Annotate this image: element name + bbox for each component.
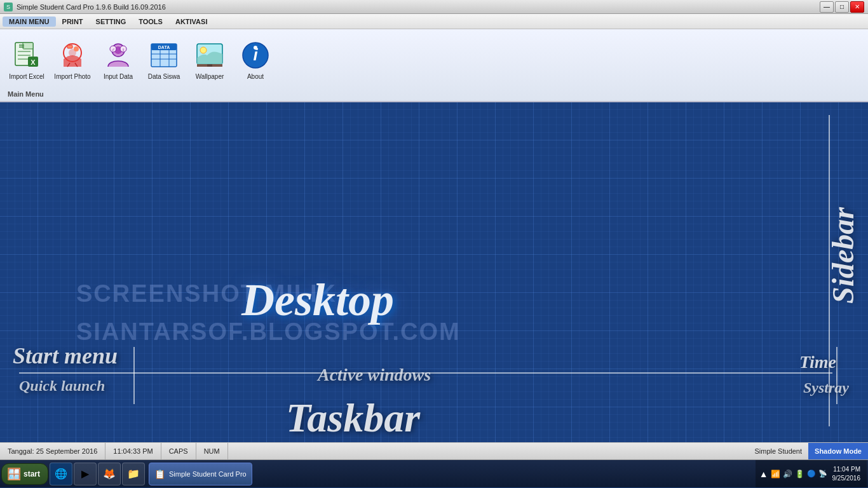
watermark-1: Screenshot milik — [76, 280, 337, 308]
windows-taskbar: 🪟 start 🌐 ▶ 🦊 📁 📋 Simple Student Card Pr… — [0, 460, 868, 487]
maximize-button[interactable]: □ — [835, 1, 849, 13]
svg-text:DATA: DATA — [158, 45, 170, 50]
about-label: About — [247, 73, 264, 81]
taskbar-diagram-line — [19, 372, 832, 374]
systray-icon-bluetooth[interactable]: 🔵 — [807, 470, 816, 478]
import-photo-icon — [57, 40, 88, 71]
start-button[interactable]: 🪟 start — [1, 463, 48, 485]
startmenu-label: Start menu — [13, 342, 118, 369]
titlebar-left: S Simple Student Card Pro 1.9.6 Build 16… — [4, 3, 166, 11]
status-app-name: Simple Student — [748, 447, 808, 455]
menu-setting[interactable]: SETTING — [90, 17, 133, 27]
num-label: NUM — [204, 447, 220, 455]
window-title: Simple Student Card Pro 1.9.6 Build 16.0… — [17, 3, 166, 11]
active-task-student[interactable]: 📋 Simple Student Card Pro — [149, 463, 252, 485]
svg-point-9 — [74, 46, 79, 51]
caps-label: CAPS — [169, 447, 188, 455]
browser-icon: 🦊 — [103, 468, 116, 480]
systray-label: Systray — [803, 379, 849, 396]
toolbar-buttons: X Import Excel Import Photo — [5, 32, 277, 89]
data-siswa-button[interactable]: DATA Data Siswa — [142, 32, 186, 89]
wallpaper-label: Wallpaper — [196, 73, 224, 81]
taskbar-media-icon[interactable]: ▶ — [74, 463, 97, 485]
desktop-label: Desktop — [241, 274, 394, 327]
menu-aktivasi[interactable]: AKTIVASI — [169, 17, 214, 27]
systray-icon-battery[interactable]: 🔋 — [795, 470, 804, 478]
close-button[interactable]: ✕ — [850, 1, 864, 13]
taskbar-middle: 📋 Simple Student Card Pro — [146, 463, 754, 485]
wallpaper-icon — [194, 40, 225, 71]
title-bar: S Simple Student Card Pro 1.9.6 Build 16… — [0, 0, 868, 14]
menu-bar: MAIN MENU PRINT SETTING TOOLS AKTIVASI — [0, 14, 868, 29]
svg-rect-26 — [207, 64, 212, 67]
folder-icon: 📁 — [127, 468, 140, 480]
taskbar-browser-icon[interactable]: 🦊 — [98, 463, 121, 485]
menu-tools[interactable]: TOOLS — [132, 17, 169, 27]
date-label: Tanggal: — [8, 447, 34, 455]
toolbar-section-title: Main Menu — [5, 89, 44, 100]
status-date: Tanggal: 25 September 2016 — [0, 443, 105, 459]
shadow-mode-button[interactable]: Shadow Mode — [808, 443, 868, 459]
system-clock[interactable]: 11:04 PM 9/25/2016 — [830, 465, 864, 483]
time-value: 11:04:33 PM — [113, 447, 153, 455]
systray-icon-volume[interactable]: 🔊 — [783, 470, 792, 478]
active-task-label: Simple Student Card Pro — [169, 470, 247, 478]
svg-point-25 — [200, 47, 207, 53]
about-icon: i — [240, 40, 271, 71]
status-time: 11:04:33 PM — [105, 443, 161, 459]
svg-rect-10 — [67, 45, 72, 48]
taskbar-ie-icon[interactable]: 🌐 — [50, 463, 72, 485]
active-task-icon: 📋 — [154, 469, 165, 479]
menu-print[interactable]: PRINT — [56, 17, 90, 27]
about-button[interactable]: i About — [234, 32, 277, 89]
import-excel-button[interactable]: X Import Excel — [5, 32, 48, 89]
systray-icon-signal[interactable]: 📡 — [818, 470, 827, 478]
app-icon: S — [4, 3, 13, 11]
date-value: 25 September 2016 — [36, 447, 98, 455]
status-num: NUM — [196, 443, 228, 459]
import-excel-icon: X — [11, 40, 42, 71]
svg-rect-1 — [23, 43, 33, 49]
watermark-2: Siantarsof.blogspot.com — [76, 318, 461, 346]
start-label: start — [24, 470, 40, 478]
sidebar-label: Sidebar — [825, 207, 860, 304]
import-photo-label: Import Photo — [54, 73, 90, 81]
import-photo-button[interactable]: Import Photo — [51, 32, 94, 89]
wallpaper-button[interactable]: Wallpaper — [188, 32, 231, 89]
data-siswa-icon: DATA — [149, 40, 179, 71]
ie-icon: 🌐 — [55, 468, 67, 480]
svg-text:♂: ♂ — [111, 47, 115, 53]
activewindows-label: Active windows — [318, 365, 431, 385]
window-controls[interactable]: — □ ✕ — [820, 1, 864, 13]
svg-text:♀: ♀ — [121, 47, 125, 53]
status-bar: Tanggal: 25 September 2016 11:04:33 PM C… — [0, 442, 868, 460]
svg-text:X: X — [31, 58, 36, 66]
svg-point-29 — [254, 46, 257, 50]
taskbar-folder-icon[interactable]: 📁 — [122, 463, 145, 485]
status-caps: CAPS — [161, 443, 196, 459]
toolbar: X Import Excel Import Photo — [0, 29, 868, 102]
systray-icon-network[interactable]: 📶 — [771, 470, 780, 478]
taskbar-label: Taskbar — [286, 395, 420, 442]
time-vline — [836, 347, 837, 404]
media-icon: ▶ — [81, 468, 89, 480]
menu-main-menu[interactable]: MAIN MENU — [3, 17, 56, 27]
data-siswa-label: Data Siswa — [148, 73, 180, 81]
input-data-button[interactable]: ♂ ♀ Input Data — [97, 32, 140, 89]
startmenu-vline — [133, 347, 135, 404]
systray-area: ▲ 📶 🔊 🔋 🔵 📡 11:04 PM 9/25/2016 — [756, 460, 867, 487]
minimize-button[interactable]: — — [820, 1, 834, 13]
import-excel-label: Import Excel — [9, 73, 44, 81]
input-data-icon: ♂ ♀ — [103, 40, 133, 71]
input-data-label: Input Data — [104, 73, 133, 81]
clock-time: 11:04 PM — [832, 465, 861, 474]
time-label: Time — [799, 352, 836, 372]
quicklaunch-label: Quick launch — [19, 377, 105, 395]
desktop-area: Screenshot milik Siantarsof.blogspot.com… — [0, 102, 868, 442]
systray-icon-1[interactable]: ▲ — [759, 469, 768, 479]
sidebar-diagram-line — [829, 115, 830, 426]
clock-date: 9/25/2016 — [832, 474, 861, 483]
